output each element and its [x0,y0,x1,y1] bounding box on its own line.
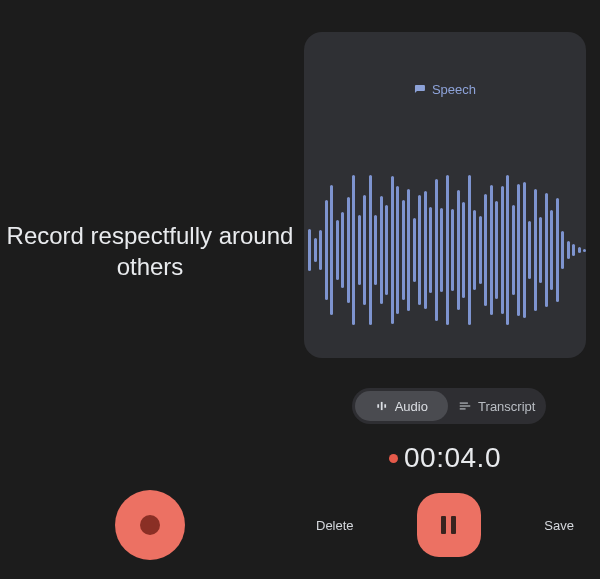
wave-bar [495,201,498,299]
svg-rect-4 [460,405,471,406]
wave-bar [572,244,575,256]
wave-bar [523,182,526,318]
wave-bar [501,186,504,314]
headline-text: Record respectfully around others [0,220,300,282]
svg-rect-2 [384,404,386,408]
intro-panel: Record respectfully around others [0,0,300,579]
wave-bar [319,230,322,270]
wave-bar [413,218,416,282]
wave-bar [341,212,344,288]
wave-bar [440,208,443,292]
wave-bar [380,196,383,304]
recording-controls: Delete Save [304,490,586,560]
wave-bar [308,229,311,271]
wave-bar [396,186,399,314]
view-tabs: Audio Transcript [352,388,546,424]
pause-icon [441,516,456,534]
wave-bar [561,231,564,269]
wave-bar [506,175,509,325]
wave-bar [407,189,410,311]
wave-bar [352,175,355,325]
speech-icon [414,84,426,96]
svg-rect-5 [460,408,466,409]
wave-bar [429,207,432,293]
tab-audio-label: Audio [395,399,428,414]
tab-audio[interactable]: Audio [355,391,448,421]
wave-bar [451,209,454,291]
wave-bar [391,176,394,324]
audio-bars-icon [375,399,389,413]
wave-bar [534,189,537,311]
wave-bar [446,175,449,325]
wave-bar [468,175,471,325]
wave-bar [556,198,559,302]
wave-bar [517,184,520,316]
wave-bar [567,241,570,259]
wave-bar [545,193,548,307]
wave-bar [374,215,377,285]
wave-bar [347,197,350,303]
wave-bar [583,249,586,252]
svg-rect-0 [377,404,379,408]
wave-bar [473,210,476,290]
wave-bar [457,190,460,310]
transcript-lines-icon [458,399,472,413]
wave-bar [314,238,317,262]
wave-bar [424,191,427,309]
wave-bar [512,205,515,295]
wave-bar [385,205,388,295]
wave-bar [539,217,542,283]
waveform-preview: Speech [304,32,586,358]
wave-bar [336,220,339,280]
svg-rect-1 [380,402,382,410]
svg-rect-3 [460,403,468,404]
tab-transcript-label: Transcript [478,399,535,414]
pause-button[interactable] [417,493,481,557]
wave-bar [363,195,366,305]
wave-bar [358,215,361,285]
wave-bar [578,247,581,253]
elapsed-time: 00:04.0 [404,442,501,474]
wave-bar [484,194,487,306]
wave-bar [402,200,405,300]
timer-row: 00:04.0 [304,442,586,474]
speech-tag-label: Speech [432,82,476,97]
save-button[interactable]: Save [536,508,582,543]
wave-bar [528,221,531,279]
wave-bar [550,210,553,290]
wave-bar [369,175,372,325]
tab-transcript[interactable]: Transcript [451,391,544,421]
record-button[interactable] [115,490,185,560]
wave-bar [490,185,493,315]
wave-bar [479,216,482,284]
wave-bar [330,185,333,315]
record-dot-icon [140,515,160,535]
recording-indicator-icon [389,454,398,463]
wave-bar [325,200,328,300]
wave-bar [462,202,465,298]
wave-bar [435,179,438,321]
waveform [308,160,586,340]
delete-button[interactable]: Delete [308,508,362,543]
speech-tag: Speech [414,82,476,97]
wave-bar [418,195,421,305]
